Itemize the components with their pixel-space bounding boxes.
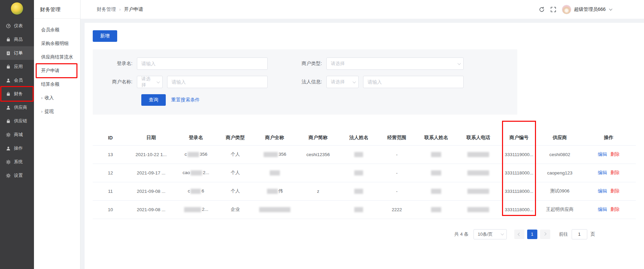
submenu-item-7[interactable]: ›提现 <box>34 105 80 118</box>
sidebar-item-9[interactable]: 商城 <box>0 128 34 141</box>
breadcrumb-current: 开户申请 <box>124 6 143 13</box>
gear-icon <box>6 132 11 137</box>
table-row: 112021-09-08 ...c6个人伟z-3331118000...测试09… <box>93 182 636 200</box>
cell-contact-name <box>416 164 457 182</box>
sidebar-item-label: 应用 <box>14 64 23 70</box>
cell-merchant-short-name <box>297 164 340 182</box>
cell-date: 2021-09-08 ... <box>128 182 174 200</box>
cell-id: 11 <box>93 182 128 200</box>
submenu-item-4[interactable]: 开户申请 <box>34 64 80 78</box>
sidebar-item-8[interactable]: 供应链 <box>0 114 34 128</box>
sidebar-item-4[interactable]: 应用 <box>0 60 34 73</box>
cell-supplier: 测试0906 <box>538 182 582 200</box>
cell-merchant-no: 3331119000... <box>500 145 538 164</box>
submenu-item-5[interactable]: 结算余额 <box>34 78 80 91</box>
legal-info-input[interactable] <box>363 76 464 88</box>
table-wrap: ID日期登录名商户类型商户全称商户简称法人姓名经营范围联系人姓名联系人电话商户编… <box>93 130 636 219</box>
breadcrumb-finance[interactable]: 财务管理 <box>97 6 116 13</box>
sidebar-item-2[interactable]: 商品 <box>0 33 34 46</box>
merchant-name-select[interactable]: 请选择 <box>137 76 163 88</box>
cell-merchant-short-name: z <box>297 182 340 200</box>
workspace-avatar[interactable] <box>11 2 23 15</box>
goto-label: 前往 <box>559 231 568 237</box>
sidebar-item-7[interactable]: 供应商 <box>0 101 34 114</box>
sidebar-item-1[interactable]: 仪表 <box>0 19 34 33</box>
merchant-type-select[interactable]: 请选择 <box>326 57 464 70</box>
order-icon <box>6 51 11 56</box>
sidebar-item-label: 仪表 <box>14 23 23 29</box>
redacted-blur <box>354 152 363 157</box>
legal-info-select[interactable]: 请选择 <box>326 76 359 88</box>
gauge-icon <box>6 23 11 29</box>
column-header-7: 法人姓名 <box>340 130 378 145</box>
next-page-button[interactable] <box>540 230 550 239</box>
sidebar-item-12[interactable]: 设置 <box>0 169 34 182</box>
sidebar-nav: 仪表商品订单应用会员财务供应商供应链商城操作系统设置 <box>0 19 34 182</box>
submenu-list: 会员余额采购余额明细供应商结算流水开户申请结算余额›收入›提现 <box>34 19 80 118</box>
redacted-blur <box>191 170 202 175</box>
cell-merchant-no: 3331118000... <box>500 164 538 182</box>
sidebar-item-label: 系统 <box>14 159 23 165</box>
merchant-name-input[interactable] <box>167 76 268 88</box>
column-header-9: 联系人姓名 <box>416 130 457 145</box>
edit-link[interactable]: 编辑 <box>598 170 607 175</box>
column-header-1: ID <box>93 130 128 145</box>
sidebar-item-11[interactable]: 系统 <box>0 155 34 169</box>
submenu-item-label: 开户申请 <box>41 68 59 73</box>
query-button[interactable]: 查询 <box>141 94 166 106</box>
cell-supplier: ceshi0802 <box>538 145 582 164</box>
cell-login-name: 2... <box>174 200 218 219</box>
redacted-blur <box>267 189 278 194</box>
goto-page-input[interactable] <box>572 229 587 239</box>
fullscreen-icon[interactable] <box>550 6 556 13</box>
chevron-down-icon <box>353 80 356 83</box>
submenu-item-6[interactable]: ›收入 <box>34 91 80 105</box>
submenu-item-3[interactable]: 供应商结算流水 <box>34 50 80 64</box>
reset-search-link[interactable]: 重置搜索条件 <box>171 97 200 103</box>
chevron-right-icon <box>543 232 547 236</box>
sidebar-item-3[interactable]: 订单 <box>0 46 34 60</box>
cell-merchant-full-name: 伟 <box>253 182 297 200</box>
submenu-item-1[interactable]: 会员余额 <box>34 23 80 37</box>
page-size-select[interactable]: 10条/页 <box>473 229 507 239</box>
user-menu[interactable]: 超级管理员666 <box>562 5 611 14</box>
cell-legal-name <box>340 200 378 219</box>
redacted-blur <box>431 170 441 175</box>
cell-login-name: cao2... <box>174 164 218 182</box>
chevron-down-icon <box>458 62 461 65</box>
edit-link[interactable]: 编辑 <box>598 188 607 194</box>
refresh-icon[interactable] <box>539 6 545 13</box>
delete-link[interactable]: 删除 <box>610 170 620 175</box>
page-1-button[interactable]: 1 <box>527 230 537 239</box>
prev-page-button[interactable] <box>514 230 524 239</box>
sidebar-item-5[interactable]: 会员 <box>0 73 34 87</box>
delete-link[interactable]: 删除 <box>610 188 620 194</box>
submenu-item-2[interactable]: 采购余额明细 <box>34 37 80 50</box>
sidebar-item-6[interactable]: 财务 <box>0 87 34 101</box>
edit-link[interactable]: 编辑 <box>598 152 607 157</box>
delete-link[interactable]: 删除 <box>610 152 620 157</box>
delete-link[interactable]: 删除 <box>610 207 620 212</box>
cell-merchant-full-name <box>253 200 297 219</box>
user-icon <box>6 78 11 83</box>
cell-login-name: c356 <box>174 145 218 164</box>
legal-info-label: 法人信息: <box>282 79 326 85</box>
sidebar-item-10[interactable]: 操作 <box>0 141 34 155</box>
column-header-11: 商户编号 <box>500 130 538 145</box>
cell-legal-name <box>340 182 378 200</box>
edit-link[interactable]: 编辑 <box>598 207 607 212</box>
cell-merchant-type: 个人 <box>218 182 253 200</box>
login-name-input[interactable] <box>137 57 268 70</box>
bag-icon <box>6 91 11 97</box>
cell-merchant-full-name <box>253 164 297 182</box>
submenu-item-label: 收入 <box>44 95 54 100</box>
table-header-row: ID日期登录名商户类型商户全称商户简称法人姓名经营范围联系人姓名联系人电话商户编… <box>93 130 636 145</box>
redacted-blur <box>431 152 441 157</box>
bag-icon <box>6 37 11 42</box>
search-panel: 登录名: 商户类型: 请选择 商户名称: 请选择 <box>93 49 517 115</box>
add-button[interactable]: 新增 <box>93 30 117 42</box>
user-icon <box>6 146 11 151</box>
redacted-blur <box>467 152 489 157</box>
cell-contact-name <box>416 182 457 200</box>
cell-supplier: 王起明供应商 <box>538 200 582 219</box>
